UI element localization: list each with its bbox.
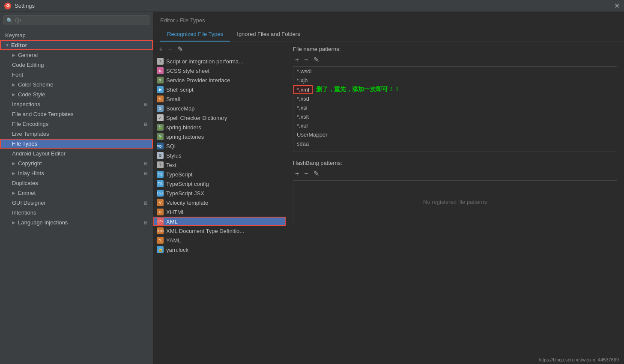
list-item[interactable]: TS TypeScript config (153, 179, 286, 188)
pattern-item[interactable]: *.xslt (293, 112, 617, 121)
file-type-label: TypeScript (166, 171, 192, 178)
list-item[interactable]: SQL SQL (153, 141, 286, 151)
list-item[interactable]: 🍃 spring.binders (153, 122, 286, 132)
sidebar-item-language-injections[interactable]: ▶ Language Injections 🖥 (0, 218, 153, 227)
sidebar-item-font[interactable]: Font (0, 70, 153, 80)
list-item[interactable]: ✓ Spell Checker Dictionary (153, 113, 286, 122)
sidebar-item-label: Intentions (12, 209, 36, 216)
list-item[interactable]: V Velocity template (153, 198, 286, 207)
sidebar-item-label: Android Layout Editor (12, 150, 66, 157)
sidebar-item-label: Emmet (18, 190, 36, 196)
list-item[interactable]: H XHTML (153, 207, 286, 217)
sidebar-item-live-templates[interactable]: Live Templates (0, 129, 153, 139)
tab-recognized[interactable]: Recognized File Types (160, 27, 230, 42)
search-box[interactable]: 🔍 (3, 15, 149, 25)
sidebar-item-inspections[interactable]: Inspections 🖥 (0, 99, 153, 109)
bottom-bar: https://blog.csdn.net/weixin_44537669 (534, 355, 624, 364)
editor-label: Editor (11, 42, 27, 48)
title-bar-title: Settings (15, 3, 35, 9)
file-list: T Script or Integration performa... S SC… (153, 57, 286, 364)
remove-file-type-button[interactable]: − (166, 45, 174, 54)
file-type-label: SCSS style sheet (166, 68, 209, 74)
list-item[interactable]: T Script or Integration performa... (153, 57, 286, 66)
list-item[interactable]: S SCSS style sheet (153, 66, 286, 75)
sidebar-item-general[interactable]: ▶ General (0, 50, 153, 60)
badge-icon: 🖥 (143, 220, 148, 225)
edit-hashbang-button[interactable]: ✎ (311, 169, 321, 179)
sidebar-item-android-layout-editor[interactable]: Android Layout Editor (0, 149, 153, 158)
tab-ignored[interactable]: Ignored Files and Folders (230, 27, 307, 42)
file-name-patterns-toolbar: + − ✎ (293, 55, 617, 65)
add-pattern-button[interactable]: + (293, 55, 301, 65)
file-type-label: Smali (166, 96, 180, 102)
sidebar-item-gui-designer[interactable]: GUI Designer 🖥 (0, 198, 153, 208)
main-layout: 🔍 Keymap ▼ Editor ▶ General Code Editing (0, 12, 624, 364)
content-area: Editor › File Types Recognized File Type… (153, 12, 624, 364)
remove-hashbang-button[interactable]: − (302, 169, 310, 179)
pattern-item[interactable]: *.xul (293, 121, 617, 130)
list-item-xml[interactable]: </> XML (153, 217, 286, 226)
remove-pattern-button[interactable]: − (302, 55, 310, 65)
file-type-label: Stylus (166, 152, 181, 159)
sidebar-item-label: Code Editing (12, 62, 44, 68)
list-item[interactable]: 🔒 yarn.lock (153, 245, 286, 254)
list-item[interactable]: TS TypeScript (153, 170, 286, 179)
sidebar-item-inlay-hints[interactable]: ▶ Inlay Hints 🖥 (0, 168, 153, 178)
file-type-label: yarn.lock (166, 247, 188, 253)
sidebar-item-intentions[interactable]: Intentions (0, 208, 153, 218)
file-type-label: Shell script (166, 87, 194, 93)
file-icon: S (157, 77, 164, 84)
list-item[interactable]: T Text (153, 160, 286, 170)
sidebar-item-keymap[interactable]: Keymap (0, 30, 153, 40)
file-name-patterns-title: File name patterns: (293, 46, 617, 52)
pattern-item-xml[interactable]: *.xml (293, 85, 313, 94)
badge-icon: 🖥 (143, 102, 148, 107)
list-item[interactable]: S Stylus (153, 151, 286, 160)
list-item[interactable]: TSX TypeScript JSX (153, 188, 286, 198)
add-hashbang-button[interactable]: + (293, 169, 301, 179)
annotation-text: 删了，重先，添加一次即可！！ (313, 85, 403, 94)
sidebar-item-file-and-code-templates[interactable]: File and Code Templates (0, 109, 153, 119)
pattern-item[interactable]: *.xsd (293, 94, 617, 103)
edit-file-type-button[interactable]: ✎ (175, 44, 185, 54)
file-type-label: Text (166, 162, 176, 168)
list-item[interactable]: S Smali (153, 94, 286, 104)
close-button[interactable]: ✕ (614, 2, 620, 10)
sidebar-item-color-scheme[interactable]: ▶ Color Scheme (0, 80, 153, 90)
breadcrumb: Editor › File Types (153, 12, 624, 27)
pattern-item[interactable]: sdaa (293, 139, 617, 148)
badge-icon: 🖥 (143, 122, 148, 127)
sidebar-item-file-encodings[interactable]: File Encodings 🖥 (0, 119, 153, 129)
list-item[interactable]: S SourceMap (153, 104, 286, 113)
file-type-label: Script or Integration performa... (166, 58, 243, 65)
list-item[interactable]: 🍃 spring.factories (153, 132, 286, 141)
pattern-item[interactable]: *.xsl (293, 103, 617, 112)
pattern-item[interactable]: *.wsdl (293, 67, 617, 76)
sidebar-item-emmet[interactable]: ▶ Emmet (0, 188, 153, 198)
sidebar-item-code-style[interactable]: ▶ Code Style (0, 90, 153, 99)
file-type-label: spring.factories (166, 134, 204, 140)
list-item[interactable]: ▶ Shell script (153, 85, 286, 94)
sidebar-item-copyright[interactable]: ▶ Copyright 🖥 (0, 158, 153, 168)
file-icon: T (157, 161, 164, 168)
sidebar-item-code-editing[interactable]: Code Editing (0, 60, 153, 70)
add-file-type-button[interactable]: + (157, 45, 165, 54)
file-type-label: Service Provider Interface (166, 77, 230, 84)
sidebar-item-duplicates[interactable]: Duplicates (0, 178, 153, 188)
sidebar: 🔍 Keymap ▼ Editor ▶ General Code Editing (0, 12, 153, 364)
list-item[interactable]: DTD XML Document Type Definitio... (153, 226, 286, 236)
file-type-label: spring.binders (166, 124, 201, 131)
sidebar-item-file-types[interactable]: File Types (0, 139, 153, 149)
list-item[interactable]: Y YAML (153, 236, 286, 245)
search-input[interactable] (15, 17, 146, 24)
file-name-patterns-list: *.wsdl *.xjb *.xml 删了，重先，添加一次即可！！ *.xsd … (293, 66, 617, 152)
pattern-item[interactable]: UserMapper (293, 130, 617, 139)
file-icon: 🍃 (157, 124, 164, 131)
list-item[interactable]: S Service Provider Interface (153, 75, 286, 85)
file-name-patterns-section: File name patterns: + − ✎ *.wsdl *.xjb *… (286, 42, 624, 152)
sidebar-item-label: File Encodings (12, 121, 48, 127)
breadcrumb-current: File Types (180, 17, 205, 24)
edit-pattern-button[interactable]: ✎ (311, 55, 321, 65)
pattern-item[interactable]: *.xjb (293, 76, 617, 85)
sidebar-item-editor[interactable]: ▼ Editor (0, 40, 153, 50)
